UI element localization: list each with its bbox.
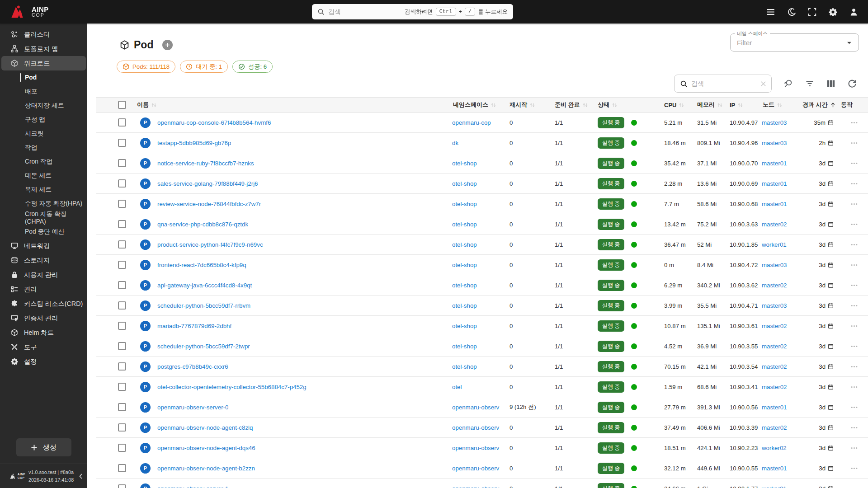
namespace-link[interactable]: otel-shop: [452, 302, 477, 309]
pod-name-link[interactable]: scheduler-python-5bcc59df7-2twpr: [157, 343, 250, 350]
node-link[interactable]: master02: [762, 323, 787, 329]
column-header-cpu[interactable]: CPU: [663, 102, 696, 108]
dark-mode-icon[interactable]: [787, 8, 796, 16]
namespace-link[interactable]: openmaru-cop: [452, 119, 491, 126]
pod-name-link[interactable]: frontend-react-7dc665b8c4-kfp9q: [157, 262, 246, 268]
row-checkbox[interactable]: [118, 484, 126, 488]
row-checkbox[interactable]: [118, 301, 126, 310]
namespace-link[interactable]: otel-shop: [452, 160, 477, 167]
pod-name-link[interactable]: api-gateway-java-6ccc4f4cd8-4x9qt: [157, 282, 252, 289]
column-header-restarts[interactable]: 재시작: [509, 101, 554, 109]
pod-name-link[interactable]: testapp-5dbb985d69-gb76p: [157, 140, 231, 146]
pod-name-link[interactable]: openmaru-observ-node-agent-dqs46: [157, 445, 255, 451]
fullscreen-icon[interactable]: [808, 8, 816, 16]
pod-name-link[interactable]: mariadb-7767879d69-2dbhf: [157, 323, 231, 329]
row-actions-menu-icon[interactable]: [850, 444, 858, 452]
row-actions-menu-icon[interactable]: [850, 302, 858, 310]
pod-name-link[interactable]: openmaru-observ-server-0: [157, 404, 228, 411]
sidebar-item-settings[interactable]: 설정: [1, 354, 86, 369]
row-actions-menu-icon[interactable]: [850, 221, 858, 228]
row-checkbox[interactable]: [118, 139, 126, 147]
node-link[interactable]: worker01: [762, 241, 787, 248]
node-link[interactable]: master02: [762, 221, 787, 228]
sidebar-collapse-icon[interactable]: [77, 473, 85, 480]
node-link[interactable]: master03: [762, 119, 787, 126]
sidebar-item-user-management[interactable]: 사용자 관리: [1, 267, 86, 282]
row-actions-menu-icon[interactable]: [850, 465, 858, 472]
sidebar-subitem-chpa[interactable]: Cron 자동 확장(CHPA): [0, 211, 87, 225]
node-link[interactable]: worker02: [762, 445, 787, 451]
namespace-link[interactable]: otel-shop: [452, 323, 477, 329]
namespace-link[interactable]: otel: [452, 384, 462, 390]
namespace-link[interactable]: otel-shop: [452, 241, 477, 248]
row-actions-menu-icon[interactable]: [850, 180, 858, 188]
select-all-checkbox[interactable]: [118, 101, 126, 109]
namespace-filter-select[interactable]: 네임 스페이스 Filter: [730, 33, 859, 52]
table-search-input[interactable]: [691, 80, 756, 87]
row-checkbox[interactable]: [118, 362, 126, 371]
namespace-link[interactable]: openmaru-observ: [452, 465, 499, 472]
row-checkbox[interactable]: [118, 444, 126, 452]
node-link[interactable]: master01: [762, 404, 787, 411]
row-actions-menu-icon[interactable]: [850, 424, 858, 432]
row-checkbox[interactable]: [118, 464, 126, 472]
sidebar-item-topology-map[interactable]: 토폴로지 맵: [1, 42, 86, 56]
row-checkbox[interactable]: [118, 261, 126, 269]
column-header-age[interactable]: 경과 시간: [802, 101, 840, 109]
node-link[interactable]: master01: [762, 160, 787, 167]
row-actions-menu-icon[interactable]: [850, 363, 858, 371]
row-actions-menu-icon[interactable]: [850, 200, 858, 208]
row-actions-menu-icon[interactable]: [850, 322, 858, 330]
namespace-link[interactable]: otel-shop: [452, 363, 477, 370]
sidebar-subitem-deployment[interactable]: 배포: [0, 84, 87, 99]
sidebar-subitem-pod[interactable]: Pod: [0, 70, 87, 84]
node-link[interactable]: master02: [762, 282, 787, 289]
namespace-link[interactable]: otel-shop: [452, 180, 477, 187]
row-actions-menu-icon[interactable]: [850, 241, 858, 249]
table-search[interactable]: [674, 75, 772, 93]
row-actions-menu-icon[interactable]: [850, 485, 858, 488]
node-link[interactable]: master01: [762, 465, 787, 472]
row-actions-menu-icon[interactable]: [850, 282, 858, 289]
column-header-status[interactable]: 상태: [597, 101, 663, 109]
sidebar-subitem-secret[interactable]: 시크릿: [0, 127, 87, 141]
sidebar-item-administration[interactable]: 관리: [1, 282, 86, 296]
add-pod-button[interactable]: [162, 40, 173, 50]
sidebar-subitem-configmap[interactable]: 구성 맵: [0, 113, 87, 127]
node-link[interactable]: worker01: [762, 485, 787, 488]
namespace-link[interactable]: otel-shop: [452, 221, 477, 228]
column-header-ip[interactable]: IP: [729, 102, 762, 108]
pod-name-link[interactable]: openmaru-observ-server-1: [157, 485, 228, 488]
pod-name-link[interactable]: postgres-c97b8b49c-cxxr6: [157, 363, 228, 370]
node-link[interactable]: master01: [762, 201, 787, 207]
pod-name-link[interactable]: openmaru-observ-node-agent-b2zzn: [157, 465, 255, 472]
row-checkbox[interactable]: [118, 403, 126, 411]
sidebar-item-cluster[interactable]: 클러스터: [1, 27, 86, 42]
sidebar-item-helm-charts[interactable]: Helm 차트: [1, 325, 86, 340]
pod-name-link[interactable]: qna-service-php-cdbb8c876-qztdk: [157, 221, 248, 228]
row-checkbox[interactable]: [118, 220, 126, 228]
pod-name-link[interactable]: review-service-node-76844fbfdc-z7w7r: [157, 201, 261, 207]
sidebar-item-workload[interactable]: 워크로드: [1, 56, 86, 70]
namespace-link[interactable]: otel-shop: [452, 262, 477, 268]
row-checkbox[interactable]: [118, 322, 126, 330]
node-link[interactable]: master01: [762, 180, 787, 187]
node-link[interactable]: master02: [762, 343, 787, 350]
refresh-icon[interactable]: [848, 79, 857, 88]
column-header-node[interactable]: 노드: [762, 101, 802, 109]
advanced-search-icon[interactable]: [784, 79, 793, 88]
node-link[interactable]: master02: [762, 384, 787, 390]
settings-icon[interactable]: [829, 8, 837, 16]
pod-name-link[interactable]: notice-service-ruby-7f8bccfb7-hznks: [157, 160, 254, 167]
global-search[interactable]: 검색하려면 Ctrl + / 를 누르세요: [312, 4, 513, 19]
sidebar-item-storage[interactable]: 스토리지: [1, 253, 86, 267]
row-actions-menu-icon[interactable]: [850, 343, 858, 350]
row-checkbox[interactable]: [118, 159, 126, 167]
pod-name-link[interactable]: product-service-python-f4fc7f9c9-n69vc: [157, 241, 263, 248]
node-link[interactable]: master03: [762, 140, 787, 146]
row-actions-menu-icon[interactable]: [850, 261, 858, 269]
node-link[interactable]: master02: [762, 424, 787, 431]
sidebar-subitem-replicaset[interactable]: 복제 세트: [0, 183, 87, 197]
row-checkbox[interactable]: [118, 200, 126, 208]
row-actions-menu-icon[interactable]: [850, 119, 858, 127]
